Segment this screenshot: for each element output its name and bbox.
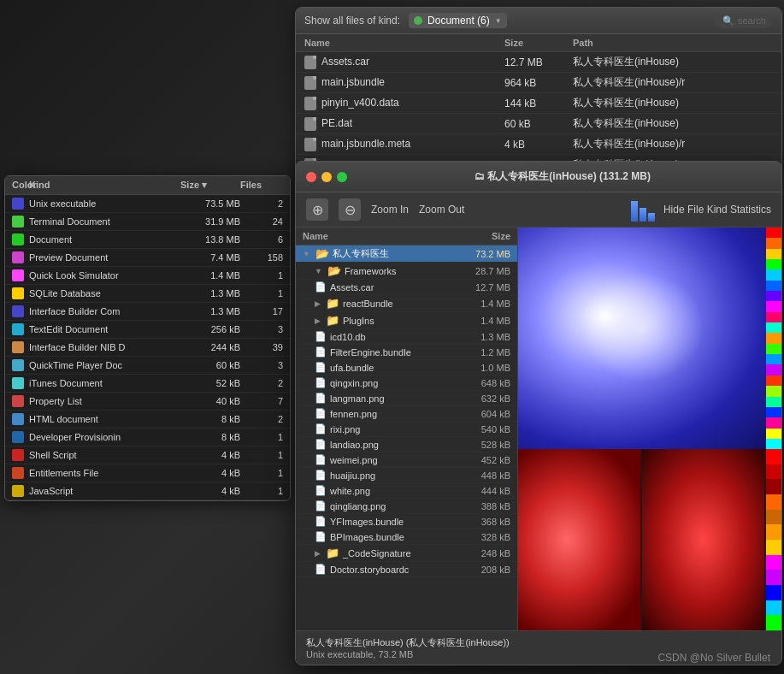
kind-label: TextEdit Document [29,324,180,334]
list-item[interactable]: HTML document 8 kB 2 [5,411,290,429]
tree-row[interactable]: ▼📂私人专科医生 73.2 MB [296,245,517,263]
tree-item-label: YFImages.bundle [330,517,404,527]
color-segment [766,449,781,464]
tree-item-label: ufa.bundle [330,363,374,373]
tree-name: 📄BPImages.bundle [303,531,442,542]
list-item[interactable]: SQLite Database 1.3 MB 1 [5,285,290,303]
files-count: 7 [240,396,283,406]
tree-row[interactable]: 📄langman.png 632 kB [296,391,517,406]
tree-item-size: 648 kB [442,378,510,388]
list-item[interactable]: Terminal Document 31.9 MB 24 [5,213,290,231]
list-item[interactable]: Developer Provisionin 8 kB 1 [5,429,290,446]
tree-item-size: 1.4 MB [442,299,510,309]
tree-item-label: qingliang.png [330,501,386,511]
tree-item-size: 1.4 MB [442,316,510,326]
size-value: 8 kB [180,432,240,442]
color-segment [766,228,781,238]
tree-item-label: reactBundle [343,299,393,309]
tree-row[interactable]: 📄FilterEngine.bundle 1.2 MB [296,345,517,360]
list-item[interactable]: Quick Look Simulator 1.4 MB 1 [5,267,290,285]
tree-row[interactable]: ▼📂Frameworks 28.7 MB [296,263,517,280]
tree-row[interactable]: 📄qingxin.png 648 kB [296,375,517,391]
kind-dropdown[interactable]: Document (6) ▼ [409,13,507,28]
search-box[interactable]: 🔍 search [716,14,773,28]
tree-row[interactable]: 📄icd10.db 1.3 MB [296,329,517,345]
zoom-in-label[interactable]: Zoom In [371,204,409,216]
list-item[interactable]: Unix executable 73.5 MB 2 [5,195,290,213]
tree-name: 📄landiao.png [303,439,442,450]
list-item[interactable]: TextEdit Document 256 kB 3 [5,321,290,339]
tree-row[interactable]: ▶📁PlugIns 1.4 MB [296,312,517,329]
tree-row[interactable]: 📄YFImages.bundle 368 kB [296,514,517,529]
color-swatch [12,198,24,210]
list-item[interactable]: iTunes Document 52 kB 2 [5,375,290,393]
list-item[interactable]: Interface Builder NIB D 244 kB 39 [5,339,290,357]
list-item[interactable]: JavaScript 4 kB 1 [5,482,290,500]
tree-row[interactable]: 📄BPImages.bundle 328 kB [296,529,517,545]
zoom-out-button[interactable]: ⊖ [339,198,361,221]
tree-row[interactable]: 📄Doctor.storyboardc 208 kB [296,562,517,577]
tree-item-label: _CodeSignature [343,548,411,559]
tree-item-label: Doctor.storyboardc [330,565,409,575]
tree-row[interactable]: ▶📁_CodeSignature 248 kB [296,545,517,562]
color-swatch [12,377,24,389]
files-count: 39 [240,342,283,352]
tree-item-label: 私人专科医生 [333,247,389,260]
minimize-button[interactable] [321,172,332,182]
list-item[interactable]: Interface Builder Com 1.3 MB 17 [5,303,290,321]
tree-row[interactable]: 📄huaijiu.png 448 kB [296,468,517,483]
tree-row[interactable]: 📄ufa.bundle 1.0 MB [296,360,517,375]
hide-stats-button[interactable]: Hide File Kind Statistics [631,198,771,222]
size-value: 256 kB [180,324,240,334]
color-segment [766,524,781,540]
tree-col-name: Name [303,231,442,241]
color-segment [766,312,781,322]
kind-label: Property List [29,396,180,406]
tree-row[interactable]: 📄fennen.png 604 kB [296,406,517,422]
table-row[interactable]: pinyin_v400.data 144 kB 私人专科医生(inHouse) [296,93,781,114]
list-item[interactable]: QuickTime Player Doc 60 kB 3 [5,357,290,375]
file-tree: Name Size ▼📂私人专科医生 73.2 MB ▼📂Frameworks … [296,228,518,630]
file-size: 4 kB [504,139,573,151]
tree-row[interactable]: 📄qingliang.png 388 kB [296,499,517,514]
maximize-button[interactable] [337,172,347,182]
list-item[interactable]: Property List 40 kB 7 [5,393,290,411]
list-item[interactable]: Preview Document 7.4 MB 158 [5,249,290,267]
size-value: 73.5 MB [180,198,240,209]
table-row[interactable]: Assets.car 12.7 MB 私人专科医生(inHouse) [296,52,781,73]
zoom-in-button[interactable]: ⊕ [306,198,328,221]
file-path: 私人专科医生(inHouse) [573,96,773,110]
tree-row[interactable]: 📄landiao.png 528 kB [296,437,517,452]
folder-icon: 📁 [326,297,339,310]
viz-side-strip-bottom [766,449,781,630]
list-item[interactable]: Shell Script 4 kB 1 [5,446,290,464]
table-row[interactable]: PE.dat 60 kB 私人专科医生(inHouse) [296,114,781,134]
tree-item-label: huaijiu.png [330,470,375,481]
tree-row[interactable]: 📄Assets.car 12.7 MB [296,280,517,295]
close-button[interactable] [306,172,316,182]
kind-label: HTML document [29,414,180,424]
color-swatch [12,449,24,461]
tree-row[interactable]: 📄rixi.png 540 kB [296,422,517,437]
tree-name: 📄fennen.png [303,408,442,419]
file-name: Assets.car [304,56,504,69]
tree-row[interactable]: ▶📁reactBundle 1.4 MB [296,295,517,312]
list-item[interactable]: Entitlements File 4 kB 1 [5,464,290,482]
color-segment [766,570,781,585]
file-icon: 📄 [315,454,327,465]
zoom-out-label[interactable]: Zoom Out [419,204,464,216]
tree-row[interactable]: 📄white.png 444 kB [296,483,517,499]
tree-item-size: 448 kB [442,470,510,481]
tree-row[interactable]: 📄weimei.png 452 kB [296,452,517,468]
color-swatch [12,341,24,353]
size-value: 4 kB [180,468,240,478]
color-swatch [12,287,24,299]
table-row[interactable]: main.jsbundle.meta 4 kB 私人专科医生(inHouse)/… [296,134,781,155]
tree-item-size: 368 kB [442,517,510,527]
size-value: 8 kB [180,414,240,424]
kind-label: Interface Builder NIB D [29,342,180,352]
color-swatch [12,269,24,281]
list-item[interactable]: Document 13.8 MB 6 [5,231,290,249]
file-icon: 📄 [315,362,327,373]
table-row[interactable]: main.jsbundle 964 kB 私人专科医生(inHouse)/r [296,73,781,93]
